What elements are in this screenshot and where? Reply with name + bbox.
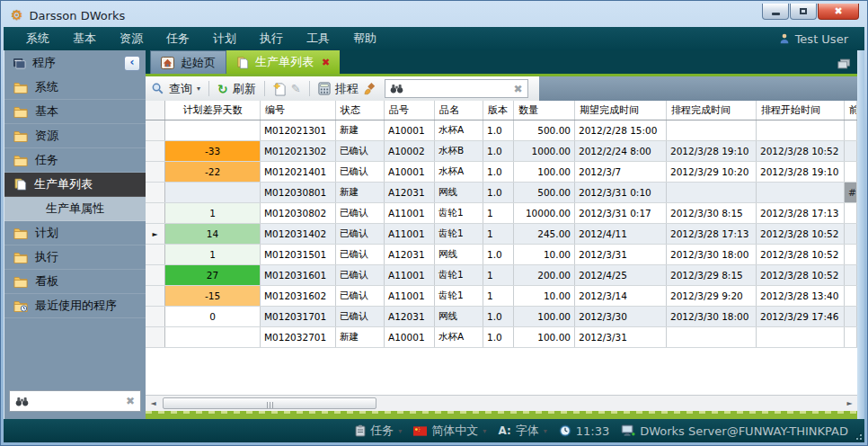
toolbar-search-input[interactable]: [409, 83, 509, 95]
window-title: Darsson DWorks: [29, 9, 125, 22]
sidebar-items-container: 系统基本资源任务生产单列表生产单属性计划执行看板最近使用的程序: [4, 76, 146, 318]
china-flag-icon: [413, 426, 427, 436]
table-row[interactable]: ►14M012031402已确认A11001齿轮11245.002012/4/1…: [146, 224, 857, 245]
column-header[interactable]: 品号: [385, 101, 435, 120]
user-badge[interactable]: Test User: [778, 32, 854, 46]
cell: 2012/3/31 0:10: [575, 183, 667, 202]
tab-production-order-list[interactable]: 生产单列表 ✖: [226, 50, 340, 74]
sidebar-item-label: 生产单属性: [46, 201, 104, 217]
table-row[interactable]: M012032701新建A10001水杯A1.0100.002012/3/31: [146, 327, 857, 348]
query-dropdown-icon[interactable]: ▾: [197, 85, 200, 93]
cell: 1: [165, 245, 261, 264]
sidebar-item[interactable]: 资源: [4, 124, 146, 148]
cell: 2012/3/28 17:13: [667, 224, 757, 244]
column-header[interactable]: 期望完成时间: [575, 101, 667, 120]
menu-item[interactable]: 帮助: [341, 31, 388, 47]
cell: 2012/3/28 10:52: [757, 141, 845, 161]
sidebar-search-clear-icon[interactable]: ✖: [126, 395, 135, 407]
new-record-icon[interactable]: [273, 82, 287, 96]
cell: M012032701: [261, 327, 336, 347]
table-row[interactable]: M012030801新建A12031网线1.0500.002012/3/31 0…: [146, 183, 857, 203]
tab-start-page[interactable]: 起始页: [150, 50, 226, 74]
sidebar-collapse-button[interactable]: ‹: [124, 56, 140, 71]
menu-item[interactable]: 系统: [14, 31, 61, 47]
table-row[interactable]: 27M012031601已确认A11001齿轮11200.002012/4/25…: [146, 265, 857, 286]
sidebar-search-input[interactable]: [35, 395, 120, 407]
close-button[interactable]: ✖: [818, 4, 859, 20]
toolbar-search-clear-icon[interactable]: ✖: [514, 83, 523, 95]
column-header[interactable]: 计划差异天数: [165, 101, 261, 120]
restore-icon: [800, 8, 807, 14]
cell: 100.00: [514, 162, 575, 182]
sidebar-item-label: 最近使用的程序: [35, 298, 117, 314]
resize-grip[interactable]: [853, 431, 862, 440]
scrollbar-track[interactable]: [161, 396, 842, 411]
server-monitor-icon: [621, 424, 635, 437]
tab-label: 起始页: [181, 55, 216, 71]
sidebar-item[interactable]: 最近使用的程序: [4, 294, 146, 318]
horizontal-scrollbar[interactable]: ◄ ►: [146, 395, 857, 411]
sidebar-item[interactable]: 基本: [4, 100, 146, 124]
column-header[interactable]: 数量: [514, 101, 575, 120]
sidebar-item[interactable]: 生产单属性: [4, 197, 146, 221]
scroll-right-icon[interactable]: ►: [842, 399, 857, 407]
close-icon: ✖: [834, 5, 842, 17]
cell: 新建: [336, 183, 385, 202]
cell: 1.0: [483, 245, 514, 264]
menu-item[interactable]: 计划: [201, 31, 248, 47]
tab-close-icon[interactable]: ✖: [322, 57, 330, 68]
status-font[interactable]: A: 字体 ▾: [498, 423, 546, 439]
table-row[interactable]: -33M012021302已确认A10002水杯B1.01000.002012/…: [146, 141, 857, 162]
table-row[interactable]: 1M012031501已确认A12031网线1.010.002012/3/312…: [146, 245, 857, 265]
sidebar-item-label: 任务: [35, 152, 58, 168]
broom-icon[interactable]: [363, 82, 377, 95]
sidebar-item[interactable]: 执行: [4, 245, 146, 270]
cell: 1: [483, 286, 514, 306]
column-header[interactable]: 编号: [261, 101, 336, 120]
menu-item[interactable]: 资源: [108, 31, 155, 47]
column-header[interactable]: 排程开始时间: [757, 101, 845, 120]
row-indicator: [146, 245, 165, 264]
scroll-left-icon[interactable]: ◄: [146, 399, 161, 407]
cell: 已确认: [336, 224, 385, 244]
refresh-button[interactable]: 刷新: [233, 81, 256, 97]
table-row[interactable]: -22M012021401已确认A10001水杯A1.0100.002012/3…: [146, 162, 857, 183]
status-task[interactable]: 任务 ▾: [355, 423, 402, 439]
column-header[interactable]: 前: [845, 101, 857, 120]
cell: 已确认: [336, 203, 385, 223]
scrollbar-thumb[interactable]: [163, 397, 376, 409]
table-row[interactable]: -15M012031602已确认A11001齿轮1110.002012/3/14…: [146, 286, 857, 307]
cell: [845, 307, 857, 326]
schedule-button[interactable]: 排程: [335, 81, 359, 97]
table-row[interactable]: 1M012030802已确认A11001齿轮1110000.002012/3/3…: [146, 203, 857, 224]
cell: M012030802: [261, 203, 336, 223]
query-button[interactable]: 查询: [169, 81, 192, 97]
column-header[interactable]: 品名: [435, 101, 483, 120]
column-header[interactable]: 状态: [336, 101, 385, 120]
menu-item[interactable]: 工具: [295, 31, 341, 47]
edit-icon[interactable]: ✎: [291, 82, 301, 95]
sidebar-title: 程序: [32, 55, 56, 71]
column-header[interactable]: 排程完成时间: [667, 101, 757, 120]
sidebar-item[interactable]: 系统: [4, 76, 146, 100]
status-language[interactable]: 简体中文 ▾: [413, 423, 486, 439]
menu-item[interactable]: 执行: [248, 31, 295, 47]
table-row[interactable]: 0M012031701已确认A12031网线1.0100.002012/3/30…: [146, 307, 857, 327]
minimize-button[interactable]: [762, 4, 789, 20]
restore-button[interactable]: [790, 4, 817, 20]
sidebar-item[interactable]: 任务: [4, 148, 146, 173]
column-header[interactable]: 版本: [483, 101, 514, 120]
menu-item[interactable]: 基本: [61, 31, 108, 47]
font-label: 字体: [516, 423, 539, 439]
cell: A12031: [385, 183, 435, 202]
menu-item[interactable]: 任务: [155, 31, 201, 47]
cell: [845, 162, 857, 182]
sidebar-item[interactable]: 计划: [4, 221, 146, 245]
table-row[interactable]: M012021301新建A10001水杯A1.0500.002012/2/28 …: [146, 120, 857, 141]
sidebar-item[interactable]: 看板: [4, 270, 146, 294]
sidebar-item[interactable]: 生产单列表: [4, 173, 146, 197]
cell: A10001: [385, 120, 435, 140]
window-list-icon[interactable]: [837, 58, 852, 69]
cell: 2012/3/28 13:40: [757, 286, 845, 306]
cell: 水杯A: [435, 162, 483, 182]
